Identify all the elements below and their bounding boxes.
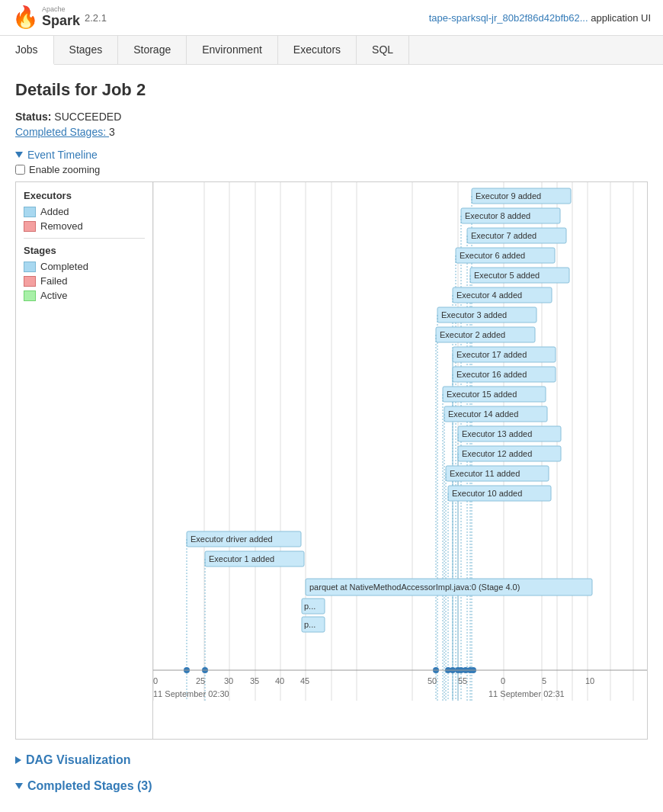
timeline-legend: Executors Added Removed Stages Completed… — [16, 182, 153, 739]
enable-zoom-label: Enable zooming — [29, 164, 100, 175]
legend-active: Active — [24, 290, 145, 301]
svg-text:Executor 4 added: Executor 4 added — [456, 290, 522, 300]
completed-stages-link[interactable]: Completed Stages: — [15, 126, 109, 138]
page-title: Details for Job 2 — [15, 80, 648, 100]
svg-text:p...: p... — [304, 602, 315, 611]
svg-text:Executor 12 added: Executor 12 added — [462, 449, 532, 458]
active-legend-box — [24, 290, 36, 301]
completed-stages-toggle[interactable]: Completed Stages (3) — [15, 779, 648, 793]
nav-storage[interactable]: Storage — [118, 36, 187, 64]
collapse-stages-icon — [15, 783, 23, 789]
nav-jobs[interactable]: Jobs — [0, 36, 54, 65]
spark-flame-icon: 🔥 — [12, 7, 39, 28]
enable-zoom-checkbox[interactable] — [15, 165, 25, 175]
timeline-svg: Executor 9 added Executor 8 added Execut… — [153, 182, 647, 739]
main-nav: Jobs Stages Storage Environment Executor… — [0, 36, 663, 65]
svg-text:Executor 3 added: Executor 3 added — [441, 310, 507, 319]
nav-sql[interactable]: SQL — [357, 36, 409, 64]
expand-icon — [15, 756, 21, 764]
svg-text:Executor 16 added: Executor 16 added — [456, 370, 527, 379]
app-id: tape-sparksql-jr_80b2f86d42bfb62... — [429, 12, 588, 24]
enable-zoom-row: Enable zooming — [15, 164, 648, 175]
apache-text: Apache — [42, 6, 80, 13]
svg-text:0: 0 — [501, 676, 505, 685]
legend-removed: Removed — [24, 220, 145, 232]
app-suffix: application UI — [591, 12, 651, 24]
added-legend-box — [24, 207, 36, 217]
completed-stages-line: Completed Stages: 3 — [15, 126, 648, 138]
svg-text:Executor 9 added: Executor 9 added — [476, 191, 541, 201]
completed-label: Completed — [40, 261, 88, 272]
svg-text:p...: p... — [304, 620, 315, 629]
legend-divider — [24, 238, 145, 239]
removed-legend-box — [24, 221, 36, 232]
stages-legend-title: Stages — [24, 245, 145, 256]
svg-text:parquet at NativeMethodAccesso: parquet at NativeMethodAccessorImpl.java… — [309, 583, 520, 592]
svg-text:Executor 10 added: Executor 10 added — [452, 489, 522, 498]
svg-text:35: 35 — [250, 676, 259, 685]
svg-text:5: 5 — [542, 676, 546, 685]
svg-text:Executor 8 added: Executor 8 added — [465, 211, 530, 220]
svg-text:30: 30 — [224, 676, 233, 685]
app-header: 🔥 Apache Spark 2.2.1 tape-sparksql-jr_80… — [0, 0, 663, 36]
sections: DAG Visualization Completed Stages (3) — [15, 753, 648, 793]
page-content: Details for Job 2 Status: SUCCEEDED Comp… — [0, 65, 663, 812]
failed-legend-box — [24, 276, 36, 287]
nav-environment[interactable]: Environment — [187, 36, 278, 64]
svg-text:50: 50 — [428, 676, 437, 685]
nav-stages[interactable]: Stages — [54, 36, 119, 64]
version-text: 2.2.1 — [85, 12, 107, 24]
svg-text:Executor 11 added: Executor 11 added — [450, 469, 520, 478]
svg-text:25: 25 — [196, 676, 205, 685]
event-timeline-label: Event Timeline — [27, 149, 98, 161]
svg-text:Executor 6 added: Executor 6 added — [460, 251, 525, 260]
svg-text:Executor 7 added: Executor 7 added — [471, 231, 536, 240]
legend-failed: Failed — [24, 275, 145, 287]
timeline-chart: Executors Added Removed Stages Completed… — [15, 181, 648, 740]
svg-text:Executor 14 added: Executor 14 added — [448, 409, 518, 419]
legend-added: Added — [24, 206, 145, 217]
dag-visualization-toggle[interactable]: DAG Visualization — [15, 753, 648, 767]
event-timeline-toggle[interactable]: Event Timeline — [15, 149, 648, 161]
completed-stages-count: 3 — [109, 126, 115, 138]
svg-text:55: 55 — [458, 676, 467, 685]
dag-visualization-link[interactable]: DAG Visualization — [26, 753, 131, 767]
status-label: Status: — [15, 111, 51, 123]
status-line: Status: SUCCEEDED — [15, 111, 648, 123]
completed-stages-section-link[interactable]: Completed Stages (3) — [27, 779, 152, 793]
status-value: SUCCEEDED — [54, 111, 121, 123]
active-label: Active — [40, 290, 67, 301]
svg-text:11 September 02:30: 11 September 02:30 — [153, 689, 229, 698]
svg-text:0: 0 — [153, 676, 158, 685]
svg-text:Executor 2 added: Executor 2 added — [440, 330, 505, 339]
nav-executors[interactable]: Executors — [278, 36, 357, 64]
svg-text:Executor driver added: Executor driver added — [191, 534, 273, 544]
removed-label: Removed — [40, 220, 83, 232]
svg-text:45: 45 — [300, 676, 309, 685]
collapse-icon — [15, 152, 23, 158]
logo-area: 🔥 Apache Spark 2.2.1 — [12, 6, 107, 29]
svg-text:40: 40 — [275, 676, 284, 685]
svg-text:10: 10 — [585, 676, 594, 685]
svg-text:Executor 1 added: Executor 1 added — [209, 554, 274, 563]
legend-completed: Completed — [24, 261, 145, 272]
failed-label: Failed — [40, 275, 67, 287]
added-label: Added — [40, 206, 69, 217]
chart-area: Executor 9 added Executor 8 added Execut… — [153, 182, 647, 739]
spark-logo: 🔥 Apache Spark — [12, 6, 80, 29]
svg-text:Executor 15 added: Executor 15 added — [447, 390, 517, 399]
svg-text:Executor 13 added: Executor 13 added — [462, 429, 532, 438]
app-info: tape-sparksql-jr_80b2f86d42bfb62... appl… — [429, 12, 651, 24]
svg-text:Executor 17 added: Executor 17 added — [456, 350, 527, 359]
spark-word: Spark — [42, 13, 80, 28]
executors-legend-title: Executors — [24, 190, 145, 201]
svg-text:11 September 02:31: 11 September 02:31 — [488, 689, 565, 698]
svg-text:Executor 5 added: Executor 5 added — [474, 271, 540, 280]
completed-legend-box — [24, 262, 36, 272]
